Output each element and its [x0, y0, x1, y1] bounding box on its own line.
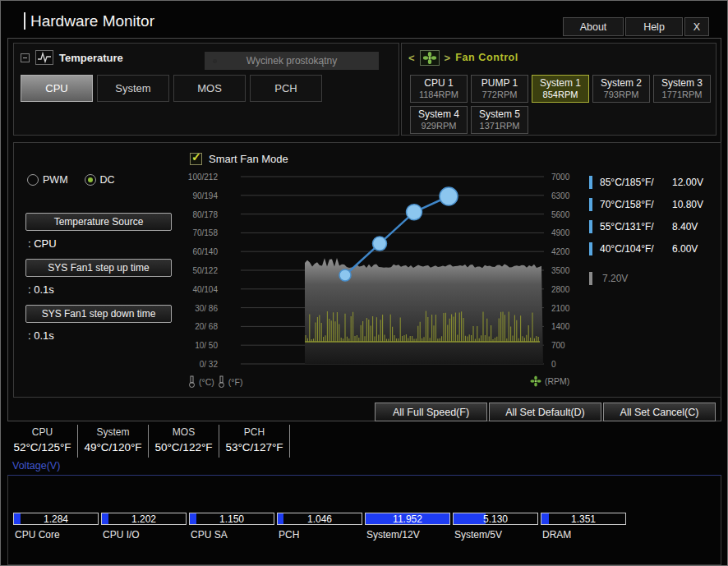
tab-mos[interactable]: MOS [173, 75, 246, 102]
prev-fan-arrow[interactable]: < [408, 52, 415, 64]
left-axis-label: 70/158 [192, 228, 218, 237]
voltage-bar: 1.284 [13, 513, 99, 525]
temp-readout-cpu: CPU 52°C/125°F [7, 425, 78, 458]
legend-bar-icon [589, 242, 592, 255]
monitor-panel: Temperature CPU System MOS PCH < [7, 38, 721, 421]
radio-selected-icon [85, 174, 96, 186]
left-axis-label: 20/ 68 [195, 322, 218, 331]
help-button[interactable]: Help [625, 17, 683, 36]
left-axis-label: 30/ 86 [195, 303, 218, 312]
temperature-panel-title: Temperature [59, 52, 123, 64]
radio-icon [27, 174, 39, 186]
pwm-label: PWM [43, 174, 68, 186]
right-axis-label: 700 [551, 341, 565, 350]
legend-bar-icon [589, 198, 592, 211]
fan-button-pump1[interactable]: PUMP 1 772RPM [471, 75, 528, 103]
collapse-icon[interactable] [21, 53, 30, 62]
left-axis-label: 90/194 [192, 191, 218, 200]
left-axis-label: 40/104 [192, 284, 218, 293]
title-caret [24, 12, 25, 30]
voltage-bar: 1.046 [277, 513, 362, 525]
fan-icon [420, 50, 440, 66]
right-axis-label: 7000 [551, 173, 569, 182]
dc-label: DC [100, 174, 115, 186]
voltage-section-title: Voltage(V) [12, 460, 60, 472]
action-buttons: All Full Speed(F) All Set Default(D) All… [375, 403, 716, 421]
legend-bar-icon [589, 176, 592, 189]
fan-button-system3[interactable]: System 3 1771RPM [653, 75, 711, 103]
legend-bar-icon [589, 272, 592, 285]
rpm-unit-label: (RPM) [530, 375, 569, 387]
legend-row: 85°C/185°F/ 12.00V [589, 175, 719, 189]
fan-button-system1[interactable]: System 1 854RPM [532, 75, 589, 103]
smart-fan-checkbox[interactable]: ✓ Smart Fan Mode [190, 153, 288, 165]
legend-row: 40°C/104°F/ 6.00V [589, 242, 719, 255]
right-axis-label: 4200 [551, 247, 569, 256]
right-axis-label: 0 [551, 360, 556, 369]
fan-small-icon [530, 375, 541, 387]
voltage-legend: 85°C/185°F/ 12.00V 70°C/158°F/ 10.80V 55… [589, 143, 719, 397]
celsius-label: (°C) [199, 377, 214, 387]
temp-readout-pch: PCH 53°C/127°F [219, 425, 290, 458]
right-axis-label: 5600 [551, 209, 569, 219]
right-axis-label: 1400 [551, 322, 569, 331]
fahrenheit-label: (°F) [228, 377, 243, 387]
temperature-tabs: CPU System MOS PCH [21, 75, 322, 102]
legend-row: 70°C/158°F/ 10.80V [589, 197, 719, 211]
left-axis-label: 50/122 [192, 266, 218, 275]
voltage-bar: 1.202 [101, 513, 187, 525]
fan-button-system4[interactable]: System 4 929RPM [410, 106, 468, 134]
dc-radio[interactable]: DC [85, 174, 115, 186]
chart-left-axis: 100/21290/19480/17870/15860/14050/12240/… [137, 177, 218, 374]
left-axis-label: 0/ 32 [200, 360, 218, 369]
left-axis-label: 100/212 [188, 173, 218, 182]
all-full-speed-button[interactable]: All Full Speed(F) [375, 403, 487, 421]
smart-fan-chart[interactable] [239, 171, 546, 370]
about-button[interactable]: About [563, 17, 624, 36]
tab-system[interactable]: System [97, 75, 169, 102]
fan-button-system5[interactable]: System 5 1371RPM [471, 106, 528, 134]
legend-row: 55°C/131°F/ 8.40V [589, 219, 719, 233]
voltage-panel: 1.284 CPU Core 1.202 CPU I/O 1.150 CPU S… [7, 475, 721, 565]
right-axis-label: 2100 [551, 303, 569, 312]
check-icon: ✓ [191, 150, 201, 163]
next-fan-arrow[interactable]: > [445, 52, 451, 64]
snip-dot-icon [213, 59, 217, 63]
temperature-unit-labels: (°C) (°F) [188, 375, 242, 388]
legend-bar-icon [589, 220, 592, 233]
curve-point[interactable] [440, 187, 458, 205]
voltage-bar: 1.150 [189, 513, 274, 525]
tab-cpu[interactable]: CPU [21, 75, 93, 102]
left-axis-label: 10/ 50 [195, 341, 218, 350]
tab-pch[interactable]: PCH [250, 75, 322, 102]
right-axis-label: 4900 [551, 228, 569, 237]
fan-curve [345, 196, 449, 275]
fan-button-cpu1[interactable]: CPU 1 1184RPM [410, 75, 468, 103]
fan-button-system2[interactable]: System 2 793RPM [592, 75, 650, 103]
mode-radios: PWM DC [27, 174, 115, 186]
voltage-cell-system-12v: 11.952 System/12V [365, 513, 450, 541]
temperature-readouts: CPU 52°C/125°F System 49°C/120°F MOS 50°… [7, 425, 290, 458]
all-set-default-button[interactable]: All Set Default(D) [489, 403, 601, 421]
voltage-cell-system-5v: 5.130 System/5V [453, 513, 538, 541]
left-axis-label: 80/178 [192, 209, 218, 219]
voltage-bar: 5.130 [453, 513, 538, 525]
left-axis-label: 60/140 [192, 247, 218, 256]
chart-right-axis: 7000630056004900420035002800210014007000 [551, 177, 584, 374]
hardware-monitor-window: Hardware Monitor About Help X Temperatur… [0, 0, 728, 566]
fan-control-title: Fan Control [455, 52, 518, 63]
voltage-cell-cpu-io: 1.202 CPU I/O [101, 513, 187, 541]
curve-point[interactable] [373, 237, 387, 251]
voltage-cell-dram: 1.351 DRAM [541, 513, 626, 541]
fan-control-header: < > Fan Control [408, 48, 518, 67]
pwm-radio[interactable]: PWM [27, 174, 68, 186]
voltage-cell-pch: 1.046 PCH [277, 513, 362, 541]
curve-point[interactable] [407, 205, 422, 220]
right-axis-label: 6300 [551, 191, 569, 200]
voltage-cell-cpu-sa: 1.150 CPU SA [189, 513, 274, 541]
all-set-cancel-button[interactable]: All Set Cancel(C) [603, 403, 716, 421]
close-button[interactable]: X [684, 17, 709, 36]
thermometer-icon [218, 375, 225, 388]
curve-point[interactable] [339, 269, 351, 281]
rpm-label: (RPM) [545, 376, 569, 386]
